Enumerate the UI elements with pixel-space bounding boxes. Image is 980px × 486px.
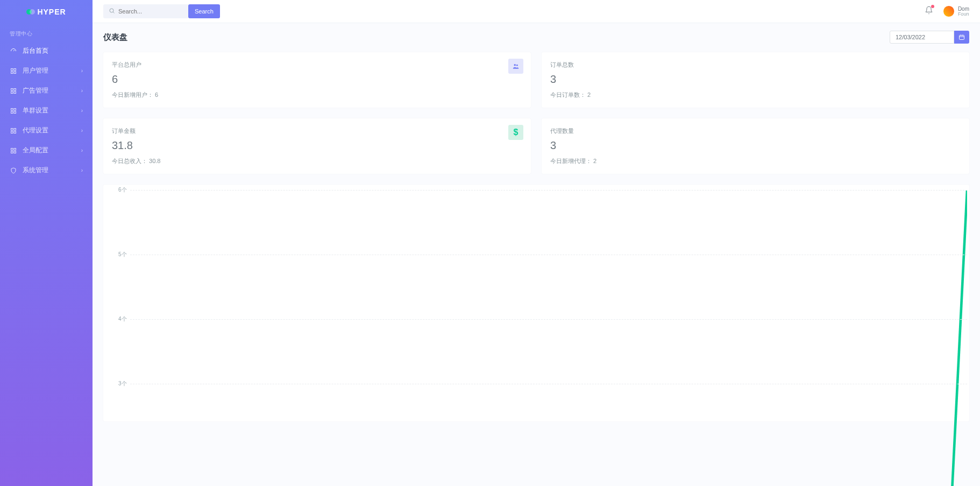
y-tick-label: 4个 bbox=[118, 315, 127, 323]
search-button[interactable]: Search bbox=[188, 4, 220, 18]
search-group: Search bbox=[103, 4, 220, 18]
sidebar-item-4[interactable]: 代理设置› bbox=[0, 121, 93, 140]
grid-icon bbox=[10, 127, 17, 135]
grid-line bbox=[130, 255, 967, 255]
page-header: 仪表盘 bbox=[103, 31, 969, 44]
search-icon bbox=[109, 6, 115, 16]
chevron-right-icon: › bbox=[81, 88, 83, 94]
avatar bbox=[943, 5, 955, 17]
stat-card-0: 平台总用户6今日新增用户： 6 bbox=[103, 52, 531, 108]
sidebar-item-6[interactable]: 系统管理› bbox=[0, 160, 93, 180]
content: 仪表盘 平台总用户6今日新增用户： 6订单总数3今日订单数： 2 $订单金额31… bbox=[93, 23, 980, 486]
page-title: 仪表盘 bbox=[103, 32, 127, 43]
topbar-right: Dom Foun bbox=[925, 5, 969, 17]
svg-rect-12 bbox=[11, 111, 13, 114]
card-title: 平台总用户 bbox=[112, 61, 522, 69]
stat-card-3: 代理数量3今日新增代理： 2 bbox=[542, 118, 969, 174]
grid-icon bbox=[10, 87, 17, 95]
grid-icon bbox=[10, 67, 17, 75]
svg-line-23 bbox=[113, 12, 114, 13]
sidebar: HYPER 管理中心 后台首页用户管理›广告管理›单群设置›代理设置›全局配置›… bbox=[0, 0, 93, 486]
chart-card: 6个5个4个3个 bbox=[103, 185, 969, 421]
card-value: 31.8 bbox=[112, 139, 522, 152]
card-sub: 今日新增用户： 6 bbox=[112, 91, 522, 99]
card-title: 订单总数 bbox=[550, 61, 961, 69]
user-menu[interactable]: Dom Foun bbox=[943, 5, 969, 17]
svg-point-28 bbox=[514, 64, 516, 66]
shield-icon bbox=[10, 167, 17, 174]
sidebar-item-label: 广告管理 bbox=[23, 86, 81, 95]
chevron-right-icon: › bbox=[81, 108, 83, 114]
sidebar-item-5[interactable]: 全局配置› bbox=[0, 140, 93, 160]
stat-card-2: $订单金额31.8今日总收入： 30.8 bbox=[103, 118, 531, 174]
sidebar-item-3[interactable]: 单群设置› bbox=[0, 101, 93, 121]
y-tick-label: 3个 bbox=[118, 380, 127, 388]
grid-line bbox=[130, 319, 967, 320]
card-value: 3 bbox=[550, 139, 961, 152]
chevron-right-icon: › bbox=[81, 128, 83, 133]
chevron-right-icon: › bbox=[81, 68, 83, 74]
svg-rect-19 bbox=[14, 148, 16, 150]
svg-rect-5 bbox=[14, 72, 16, 74]
user-role: Foun bbox=[958, 12, 969, 17]
card-sub: 今日新增代理： 2 bbox=[550, 157, 961, 165]
sidebar-item-label: 单群设置 bbox=[23, 106, 81, 115]
card-sub: 今日订单数： 2 bbox=[550, 91, 961, 99]
svg-rect-2 bbox=[11, 68, 13, 71]
logo-icon bbox=[26, 9, 35, 15]
svg-rect-4 bbox=[11, 72, 13, 74]
sidebar-section-title: 管理中心 bbox=[0, 24, 93, 41]
chevron-right-icon: › bbox=[81, 167, 83, 173]
svg-rect-11 bbox=[14, 108, 16, 110]
date-button[interactable] bbox=[954, 31, 969, 44]
svg-point-29 bbox=[516, 65, 518, 66]
sidebar-item-2[interactable]: 广告管理› bbox=[0, 81, 93, 101]
svg-point-1 bbox=[30, 9, 35, 15]
svg-rect-3 bbox=[14, 68, 16, 71]
date-picker-group bbox=[890, 31, 969, 44]
calendar-icon bbox=[958, 34, 965, 40]
user-text: Dom Foun bbox=[958, 6, 969, 17]
dashboard-icon bbox=[10, 47, 17, 55]
grid-icon bbox=[10, 147, 17, 154]
grid-line bbox=[130, 384, 967, 384]
y-tick-label: 6个 bbox=[118, 186, 127, 194]
svg-rect-24 bbox=[960, 36, 964, 40]
svg-rect-10 bbox=[11, 108, 13, 110]
sidebar-item-0[interactable]: 后台首页 bbox=[0, 41, 93, 61]
sidebar-item-label: 后台首页 bbox=[23, 46, 83, 55]
search-input-wrap bbox=[103, 4, 188, 18]
svg-rect-7 bbox=[14, 88, 16, 90]
brand-logo[interactable]: HYPER bbox=[0, 0, 93, 24]
svg-rect-9 bbox=[14, 91, 16, 94]
dollar-icon: $ bbox=[508, 125, 523, 140]
notifications-button[interactable] bbox=[925, 6, 933, 17]
main: Search Dom Foun 仪表盘 bbox=[93, 0, 980, 486]
svg-rect-15 bbox=[14, 128, 16, 130]
svg-rect-17 bbox=[14, 131, 16, 133]
grid-icon bbox=[10, 107, 17, 115]
users-icon bbox=[508, 59, 523, 74]
y-tick-label: 5个 bbox=[118, 251, 127, 258]
topbar: Search Dom Foun bbox=[93, 0, 980, 23]
chart-line bbox=[130, 190, 967, 486]
card-value: 6 bbox=[112, 73, 522, 86]
svg-rect-21 bbox=[14, 151, 16, 153]
svg-rect-18 bbox=[11, 148, 13, 150]
grid-line bbox=[130, 190, 967, 191]
card-title: 代理数量 bbox=[550, 127, 961, 135]
user-name: Dom bbox=[958, 6, 969, 12]
chevron-right-icon: › bbox=[81, 147, 83, 153]
sidebar-item-label: 系统管理 bbox=[23, 166, 81, 175]
search-input[interactable] bbox=[118, 8, 183, 15]
sidebar-item-label: 用户管理 bbox=[23, 66, 81, 75]
svg-rect-8 bbox=[11, 91, 13, 94]
notification-dot bbox=[931, 5, 934, 8]
sidebar-item-1[interactable]: 用户管理› bbox=[0, 61, 93, 81]
card-sub: 今日总收入： 30.8 bbox=[112, 157, 522, 165]
brand-text: HYPER bbox=[37, 8, 66, 16]
card-title: 订单金额 bbox=[112, 127, 522, 135]
date-input[interactable] bbox=[890, 31, 954, 44]
svg-rect-16 bbox=[11, 131, 13, 133]
svg-rect-14 bbox=[11, 128, 13, 130]
